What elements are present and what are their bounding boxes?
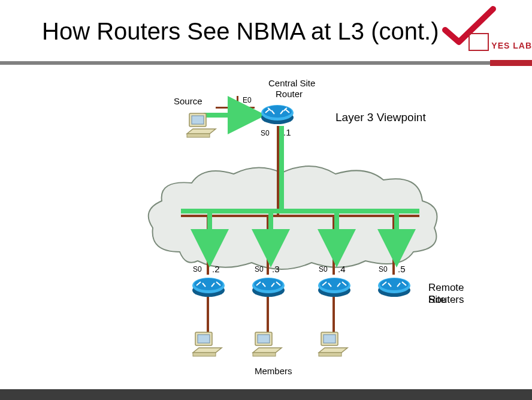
label-addr-1: .2 xyxy=(212,264,220,274)
router-icon-central xyxy=(261,103,294,125)
svg-rect-22 xyxy=(258,335,270,343)
slide-title: How Routers See NBMA at L3 (cont.) xyxy=(42,18,439,45)
router-icon-4 xyxy=(377,276,411,297)
network-diagram: Central Site Router Source E0 S0 .1 Laye… xyxy=(138,78,473,390)
label-addr-4: .5 xyxy=(398,264,406,274)
svg-rect-25 xyxy=(324,335,335,343)
pc-line-1 xyxy=(207,297,209,333)
pc-line-2 xyxy=(267,297,269,333)
label-addr-3: .4 xyxy=(338,264,346,274)
label-s0-3: S0 xyxy=(319,265,328,273)
pc-icon-2 xyxy=(252,330,285,360)
svg-rect-19 xyxy=(198,335,210,343)
bottom-bar xyxy=(0,389,532,400)
logo-box-icon xyxy=(468,33,489,51)
separator xyxy=(0,60,532,66)
label-routers: Routers xyxy=(428,294,464,306)
svg-rect-4 xyxy=(192,116,204,124)
label-s0-2: S0 xyxy=(255,265,264,273)
label-s0-4: S0 xyxy=(379,265,388,273)
slide: How Routers See NBMA at L3 (cont.) YES L… xyxy=(0,0,532,400)
svg-rect-26 xyxy=(319,353,341,356)
flow-arrows xyxy=(138,78,473,282)
router-icon-1 xyxy=(192,276,225,297)
router-icon-2 xyxy=(252,276,285,297)
svg-rect-20 xyxy=(193,353,216,356)
svg-rect-5 xyxy=(187,134,210,137)
logo: YES LAB xyxy=(468,33,532,51)
svg-rect-23 xyxy=(253,353,276,356)
pc-icon-3 xyxy=(318,330,351,360)
pc-line-3 xyxy=(332,297,335,333)
label-s0-1: S0 xyxy=(193,265,202,273)
pc-icon-source xyxy=(186,111,219,141)
logo-text: YES LAB xyxy=(491,41,532,50)
label-addr-2: .3 xyxy=(272,264,280,274)
label-members: Members xyxy=(255,366,292,376)
router-icon-3 xyxy=(318,276,351,297)
pc-icon-1 xyxy=(192,330,225,360)
